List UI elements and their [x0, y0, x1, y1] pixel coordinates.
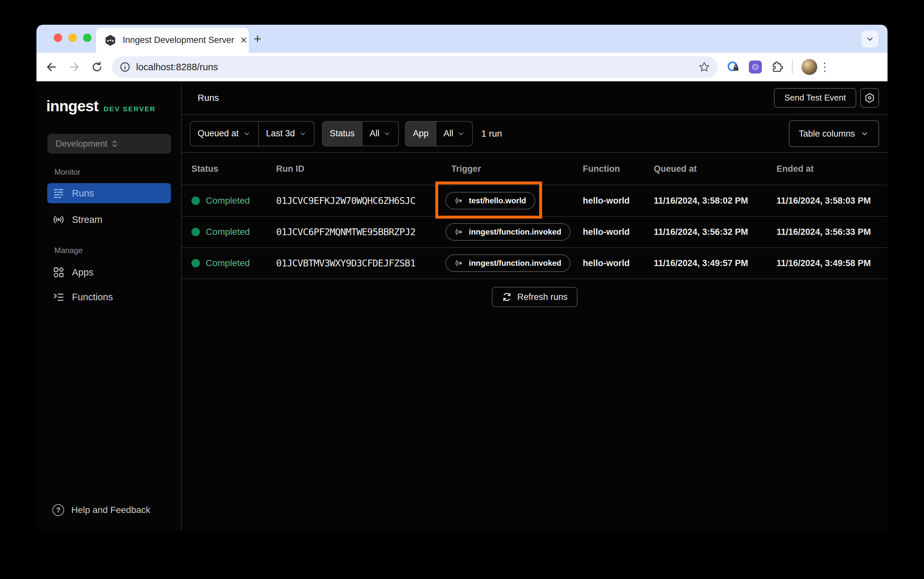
help-label: Help and Feedback: [71, 505, 150, 515]
desktop: Inngest Development Server ✕ +: [0, 0, 924, 579]
run-id-cell[interactable]: 01JCVC6PF2MQNMTWE95BBRZPJ2: [276, 226, 445, 237]
table-row[interactable]: Completed 01JCVBTMV3WXY9D3CFDEJFZSB1 inn…: [182, 248, 888, 279]
minimize-window-button[interactable]: [68, 33, 77, 42]
chevron-down-icon: [457, 130, 465, 137]
ended-at-cell: 11/16/2024, 3:56:33 PM: [776, 227, 888, 237]
column-header-ended-at: Ended at: [776, 164, 888, 174]
favicon-inngest-icon: [104, 34, 117, 47]
extensions-puzzle-icon[interactable]: [770, 61, 783, 74]
chevron-down-icon: [243, 129, 251, 138]
profile-avatar[interactable]: [801, 59, 817, 75]
sidebar-item-label: Stream: [72, 214, 102, 225]
functions-list-icon: [53, 291, 65, 303]
page-header: Runs Send Test Event: [182, 81, 888, 115]
time-field-dropdown[interactable]: Queued at: [190, 122, 258, 146]
runs-list-icon: [53, 187, 65, 200]
browser-tab[interactable]: Inngest Development Server ✕: [96, 28, 249, 53]
stream-broadcast-icon: [53, 213, 65, 226]
question-circle-icon: ?: [53, 504, 64, 516]
trigger-badge[interactable]: test/hello.world: [445, 192, 535, 209]
event-pulse-icon: [455, 196, 464, 206]
zoom-window-button[interactable]: [83, 33, 92, 42]
run-id-cell[interactable]: 01JCVBTMV3WXY9D3CFDEJFZSB1: [276, 258, 445, 269]
close-tab-icon[interactable]: ✕: [240, 35, 248, 46]
runs-table: Completed 01JCVC9EFKJ2W70WQHC6ZH6SJC tes…: [182, 185, 888, 279]
page-title: Runs: [198, 93, 774, 103]
forward-button[interactable]: [65, 58, 83, 76]
app-filter-dropdown[interactable]: All: [436, 122, 472, 146]
window-controls: [54, 33, 92, 42]
queued-at-cell: 11/16/2024, 3:58:02 PM: [654, 196, 776, 206]
sidebar-item-functions[interactable]: Functions: [47, 287, 171, 307]
sidebar: inngest DEV SERVER Development Monitor R…: [36, 81, 182, 531]
close-window-button[interactable]: [54, 33, 62, 42]
tab-search-chevron-icon[interactable]: [862, 31, 878, 47]
site-info-icon[interactable]: [119, 61, 131, 73]
logo-row: inngest DEV SERVER: [46, 97, 156, 115]
status-label: Completed: [206, 196, 250, 206]
address-bar[interactable]: localhost:8288/runs: [112, 56, 717, 78]
browser-window: Inngest Development Server ✕ +: [36, 25, 888, 531]
status-label: Completed: [206, 227, 250, 237]
trigger-badge[interactable]: inngest/function.invoked: [445, 223, 570, 241]
dev-server-badge: DEV SERVER: [103, 105, 156, 113]
tab-title: Inngest Development Server: [123, 35, 234, 45]
sidebar-item-apps[interactable]: Apps: [47, 262, 171, 282]
settings-gear-button[interactable]: [860, 88, 879, 108]
status-cell: Completed: [192, 227, 276, 237]
trigger-badge[interactable]: inngest/function.invoked: [445, 254, 570, 272]
refresh-icon: [502, 292, 512, 302]
app-filter-label: App: [406, 122, 436, 146]
status-label: Completed: [206, 258, 250, 268]
section-label-manage: Manage: [54, 246, 83, 255]
purple-extension-icon[interactable]: [749, 61, 762, 74]
column-header-function: Function: [583, 164, 654, 174]
function-cell[interactable]: hello-world: [583, 258, 654, 268]
bookmark-star-icon[interactable]: [698, 61, 711, 73]
status-completed-dot-icon: [192, 228, 200, 236]
password-manager-extension-icon[interactable]: [727, 60, 740, 74]
chevron-down-icon: [860, 129, 869, 138]
toolbar-divider: [792, 60, 793, 74]
send-test-event-button[interactable]: Send Test Event: [774, 88, 856, 108]
function-cell[interactable]: hello-world: [583, 196, 654, 206]
refresh-runs-button[interactable]: Refresh runs: [492, 287, 578, 307]
back-button[interactable]: [42, 58, 61, 76]
sidebar-item-label: Apps: [72, 267, 94, 278]
function-cell[interactable]: hello-world: [583, 227, 654, 237]
trigger-cell: test/hello.world: [445, 192, 583, 209]
status-cell: Completed: [192, 196, 276, 206]
time-range-dropdown[interactable]: Last 3d: [258, 122, 314, 146]
browser-menu-icon[interactable]: ⋮: [819, 60, 829, 74]
table-columns-button[interactable]: Table columns: [789, 120, 879, 147]
run-id-cell[interactable]: 01JCVC9EFKJ2W70WQHC6ZH6SJC: [276, 195, 445, 206]
table-header-row: Status Run ID Trigger Function Queued at…: [182, 153, 888, 185]
event-pulse-icon: [455, 258, 464, 268]
status-filter-dropdown[interactable]: All: [362, 122, 398, 146]
chevron-down-icon: [299, 130, 307, 137]
table-row[interactable]: Completed 01JCVC9EFKJ2W70WQHC6ZH6SJC tes…: [182, 185, 888, 217]
column-header-run-id: Run ID: [276, 164, 445, 174]
browser-toolbar: localhost:8288/runs ⋮: [36, 53, 888, 81]
column-header-trigger: Trigger: [445, 164, 583, 174]
status-filter-group: Status All: [322, 121, 399, 146]
trigger-cell: inngest/function.invoked: [445, 254, 583, 272]
table-row[interactable]: Completed 01JCVC6PF2MQNMTWE95BBRZPJ2 inn…: [182, 217, 888, 248]
sidebar-item-runs[interactable]: Runs: [47, 183, 171, 203]
environment-selector[interactable]: Development: [48, 134, 171, 154]
new-tab-button[interactable]: +: [250, 31, 265, 46]
trigger-cell: inngest/function.invoked: [445, 223, 583, 241]
queued-at-cell: 11/16/2024, 3:49:57 PM: [654, 258, 776, 268]
status-completed-dot-icon: [192, 259, 200, 267]
ended-at-cell: 11/16/2024, 3:58:03 PM: [776, 196, 888, 206]
help-and-feedback[interactable]: ? Help and Feedback: [53, 504, 150, 516]
sidebar-item-stream[interactable]: Stream: [47, 209, 171, 230]
ended-at-cell: 11/16/2024, 3:49:58 PM: [776, 258, 888, 268]
reload-button[interactable]: [88, 58, 106, 76]
updown-chevron-icon: [109, 139, 163, 149]
main-content: Runs Send Test Event Queued at: [182, 81, 888, 531]
environment-value: Development: [56, 139, 109, 149]
app-filter-group: App All: [405, 121, 473, 146]
chevron-down-icon: [383, 130, 391, 137]
url-text[interactable]: localhost:8288/runs: [136, 62, 698, 72]
